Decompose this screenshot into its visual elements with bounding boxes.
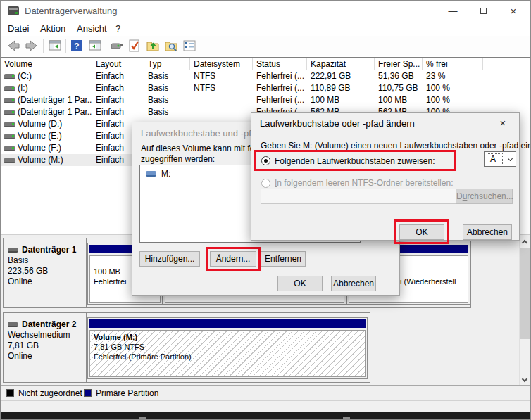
legend-label: Primäre Partition [96, 388, 158, 398]
volume-name: Volume (D:) [18, 119, 62, 129]
menu-hilfe[interactable]: ? [115, 23, 120, 34]
disk-2-info[interactable]: Datenträger 2 Wechselmedium 7,81 GB Onli… [4, 313, 87, 382]
volume-icon [4, 98, 15, 103]
close-icon[interactable]: × [489, 114, 516, 132]
menu-aktion[interactable]: Aktion [40, 23, 65, 34]
disk-type: Wechselmedium [8, 330, 82, 341]
column-header-status[interactable]: Status [253, 58, 307, 70]
disk-size: 7,81 GB [8, 341, 82, 351]
partition-size: 7,81 GB NTFS [94, 342, 192, 352]
volume-name: Volume (M:) [18, 155, 63, 165]
legend-label: Nicht zugeordnet [18, 388, 82, 398]
toolbar-separator [106, 39, 106, 53]
status-bar [1, 400, 531, 412]
table-row[interactable]: (C:) Einfach Basis NTFS Fehlerfrei (... … [1, 70, 531, 82]
disk-name: Datenträger 2 [22, 319, 76, 329]
volume-name: Volume (E:) [18, 131, 62, 141]
disk-icon [8, 248, 18, 253]
radio-mount-label: In folgendem leeren NTFS-Ordner bereitst… [275, 178, 453, 188]
disk-2-partition-m-selected[interactable]: Volume (M:) 7,81 GB NTFS Fehlerfrei (Pri… [87, 317, 368, 379]
table-row[interactable]: (I:) Einfach Basis NTFS Fehlerfrei (... … [1, 82, 531, 94]
disk-status: Online [8, 351, 82, 362]
disk-status: Online [8, 276, 82, 287]
disk-1-info[interactable]: Datenträger 1 Basis 223,56 GB Online [4, 238, 87, 307]
menu-datei[interactable]: Datei [8, 23, 29, 34]
dialog-body-text: Auf dieses Volume kann mit folge [141, 144, 266, 153]
show-action-pane-icon[interactable] [87, 38, 103, 53]
disk-management-window: Datenträgerverwaltung — × Datei Aktion A… [0, 0, 531, 420]
scroll-down-icon[interactable] [523, 371, 531, 383]
forward-icon[interactable] [24, 38, 39, 53]
mount-path-input[interactable] [261, 189, 475, 204]
radio-mount-ntfs-folder[interactable] [261, 179, 270, 188]
column-header-freier-speicher[interactable]: Freier Sp... [375, 58, 423, 70]
add-button[interactable]: Hinzufügen... [139, 251, 200, 267]
table-row[interactable]: (Datenträger 1 Par... Einfach Basis Fehl… [1, 94, 531, 106]
disk-2-row: Datenträger 2 Wechselmedium 7,81 GB Onli… [3, 312, 370, 383]
search-disk-icon[interactable] [163, 38, 179, 53]
minimize-button[interactable]: — [439, 1, 467, 22]
listbox-item-label: M: [161, 169, 170, 179]
remove-button[interactable]: Entfernen [261, 251, 306, 267]
dialog-body-text: zugegriffen werden: [141, 154, 215, 164]
scroll-up-icon[interactable] [523, 235, 531, 247]
drive-letter-value: A [487, 153, 503, 165]
legend-swatch-unallocated [6, 389, 14, 397]
disk-size: 223,56 GB [8, 266, 82, 276]
ok-button[interactable]: OK [277, 276, 323, 291]
partition-status: Fehlerfrei (Primäre Partition) [94, 352, 192, 362]
disk-name: Datenträger 1 [22, 245, 76, 255]
disk-management-app-icon [8, 6, 19, 15]
window-title: Datenträgerverwaltung [25, 6, 118, 16]
volume-icon [4, 110, 15, 115]
menu-ansicht[interactable]: Ansicht [77, 23, 107, 34]
volume-name: (Datenträger 1 Par... [18, 95, 92, 105]
titlebar: Datenträgerverwaltung — × [1, 1, 530, 22]
annotation-highlight-assign-radio [254, 150, 456, 171]
drive-letter-combobox[interactable]: A [484, 151, 516, 167]
column-header-prozent-frei[interactable]: % frei [423, 58, 483, 70]
taskbar-edge [1, 412, 531, 420]
scrollbar-thumb[interactable] [520, 248, 531, 339]
volume-icon [4, 134, 15, 139]
toolbar: ? [1, 36, 530, 56]
check-disk-icon[interactable] [127, 38, 142, 53]
dialog-title: Laufwerkbuchstabe und -pfad [141, 128, 261, 139]
svg-text:?: ? [74, 42, 79, 51]
column-header-kapazitaet[interactable]: Kapazität [307, 58, 375, 70]
volume-name: (Datenträger 1 Par... [18, 107, 92, 117]
taskbar-window-fragment [343, 417, 350, 420]
cancel-button[interactable]: Abbrechen [331, 276, 376, 291]
help-icon[interactable]: ? [69, 38, 85, 53]
back-icon[interactable] [6, 38, 21, 53]
browse-button[interactable]: Durchsuchen... [456, 189, 513, 204]
column-header-typ[interactable]: Typ [144, 58, 190, 70]
change-drive-letter-dialog: Laufwerkbuchstabe oder -pfad ändern × Ge… [251, 112, 520, 241]
annotation-highlight-change-button [206, 247, 261, 271]
volume-icon [4, 122, 15, 127]
vertical-scrollbar[interactable] [519, 235, 531, 385]
maximize-button[interactable] [469, 1, 497, 22]
import-disk-icon[interactable] [145, 38, 161, 53]
close-button[interactable]: × [499, 1, 527, 22]
listbox-item-m[interactable]: M: [146, 169, 170, 179]
chevron-down-icon [508, 156, 513, 161]
annotation-highlight-ok-button [394, 219, 449, 244]
maximize-icon [480, 8, 487, 14]
disk-attach-icon[interactable] [109, 38, 125, 53]
statusbar-divider [375, 402, 375, 412]
properties-icon[interactable] [182, 38, 197, 53]
partition-volume-label: Volume (M:) [94, 332, 192, 342]
toolbar-separator [43, 39, 44, 53]
volume-name: (C:) [18, 71, 32, 81]
partition-size: 100 MB [94, 267, 126, 276]
column-header-filler [483, 58, 531, 70]
column-header-volume[interactable]: Volume [1, 58, 92, 70]
toolbar-separator [65, 39, 66, 53]
column-header-dateisystem[interactable]: Dateisystem [190, 58, 253, 70]
cancel-button[interactable]: Abbrechen [463, 224, 512, 240]
show-console-tree-icon[interactable] [47, 38, 63, 53]
disk-icon [8, 322, 18, 327]
dialog-instruction: Geben Sie M: (Volume) einen neuen Laufwe… [261, 141, 531, 151]
column-header-layout[interactable]: Layout [92, 58, 144, 70]
